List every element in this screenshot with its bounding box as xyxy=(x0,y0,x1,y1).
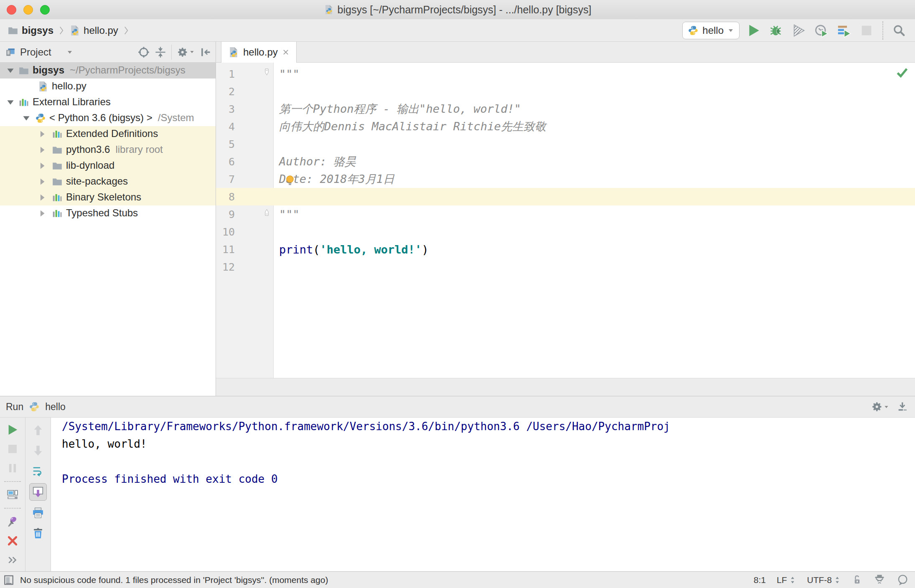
encoding-widget[interactable]: UTF-8 xyxy=(807,575,841,585)
run-icon xyxy=(747,23,761,38)
tree-expanded-icon[interactable] xyxy=(6,98,15,107)
tree-item-label: hello.py xyxy=(52,80,86,92)
code-text: print('hello, world!') xyxy=(279,243,429,256)
print-console-button[interactable] xyxy=(30,504,46,521)
hide-run-panel-button[interactable] xyxy=(897,401,908,413)
tree-item-external-libraries[interactable]: External Libraries xyxy=(0,94,216,110)
toolbar-separator xyxy=(4,508,21,509)
line-number: 4 xyxy=(216,121,235,133)
project-panel-title: Project xyxy=(20,46,51,58)
tree-expanded-icon[interactable] xyxy=(6,66,15,75)
soft-wrap-button[interactable] xyxy=(30,463,46,479)
profiler-button[interactable] xyxy=(813,22,830,39)
hide-panel-button[interactable] xyxy=(200,46,211,58)
up-icon xyxy=(32,424,44,436)
tree-collapsed-icon[interactable] xyxy=(38,177,47,186)
restore-layout-button[interactable] xyxy=(4,487,21,502)
tree-item-lib-dynload[interactable]: lib-dynload xyxy=(0,158,216,174)
event-log-bubble-icon[interactable] xyxy=(897,574,908,586)
inspection-ok-icon[interactable] xyxy=(896,66,908,79)
fold-gutter xyxy=(235,223,274,241)
line-number: 2 xyxy=(216,86,235,98)
fold-end-icon[interactable] xyxy=(263,209,270,216)
editor-line-4[interactable]: 4向伟大的Dennis MacAlistair Ritchie先生致敬 xyxy=(216,118,915,135)
fold-start-icon[interactable] xyxy=(263,68,270,76)
editor-line-7[interactable]: 7Date: 2018年3月1日 xyxy=(216,170,915,188)
zoom-window-button[interactable] xyxy=(40,5,50,15)
chevron-down-icon xyxy=(727,27,734,34)
project-view-select[interactable]: Project xyxy=(0,46,73,58)
concurrency-diagram-button[interactable] xyxy=(836,22,852,39)
collapse-all-icon xyxy=(155,46,166,58)
tree-item-label: site-packages xyxy=(66,175,128,187)
run-toolbar-console xyxy=(25,418,51,571)
editor-line-10[interactable]: 10 xyxy=(216,223,915,241)
close-tab-button[interactable] xyxy=(4,533,21,548)
tree-item-extended-definitions[interactable]: Extended Definitions xyxy=(0,126,216,142)
debug-button[interactable] xyxy=(768,22,785,39)
hector-inspector-icon[interactable] xyxy=(873,574,886,586)
line-separator-widget[interactable]: LF xyxy=(777,575,796,585)
editor-line-2[interactable]: 2 xyxy=(216,83,915,100)
run-button[interactable] xyxy=(745,22,762,39)
minimize-window-button[interactable] xyxy=(23,5,33,15)
fold-gutter xyxy=(235,83,274,100)
tree-collapsed-icon[interactable] xyxy=(38,209,47,218)
run-config-select[interactable]: hello xyxy=(682,22,740,39)
code-text: """ xyxy=(279,208,300,221)
editor-line-3[interactable]: 3第一个Python程序 - 输出"hello, world!" xyxy=(216,100,915,118)
caret-position-widget[interactable]: 8:1 xyxy=(754,575,766,585)
select-opened-file-button[interactable] xyxy=(138,46,150,58)
more-actions-button[interactable] xyxy=(4,552,21,568)
settings-button[interactable] xyxy=(177,46,195,58)
rerun-button[interactable] xyxy=(4,422,21,437)
down-icon xyxy=(32,444,44,457)
tree-collapsed-icon[interactable] xyxy=(38,129,47,139)
pause-output-button xyxy=(4,460,21,476)
tree-collapsed-icon[interactable] xyxy=(38,145,47,155)
editor-line-5[interactable]: 5 xyxy=(216,135,915,153)
updown-arrows-icon xyxy=(834,576,841,584)
editor-line-8[interactable]: 8 xyxy=(216,188,915,205)
tab-hello-py[interactable]: hello.py xyxy=(221,42,297,63)
scroll-to-end-button[interactable] xyxy=(29,483,47,501)
editor-hscrollbar-track[interactable] xyxy=(216,378,915,396)
search-everywhere-button[interactable] xyxy=(891,22,907,39)
run-settings-button[interactable] xyxy=(871,401,889,413)
tree-collapsed-icon[interactable] xyxy=(38,161,47,170)
window-title-wrap: bigsys [~/PycharmProjects/bigsys] - .../… xyxy=(324,4,592,16)
python-icon xyxy=(29,401,40,412)
toolbar-separator xyxy=(882,21,883,40)
fold-gutter xyxy=(235,135,274,153)
close-tab-icon[interactable] xyxy=(282,48,290,56)
toolwindow-toggle-icon[interactable] xyxy=(3,575,14,585)
collapse-all-button[interactable] xyxy=(155,46,166,58)
close-window-button[interactable] xyxy=(7,5,16,15)
code-editor[interactable]: 1"""23第一个Python程序 - 输出"hello, world!"4向伟… xyxy=(216,63,915,378)
fold-gutter xyxy=(235,153,274,170)
tree-collapsed-icon[interactable] xyxy=(38,193,47,202)
tree-item-typeshed-stubs[interactable]: Typeshed Stubs xyxy=(0,205,216,221)
tree-item-python3-6[interactable]: python3.6library root xyxy=(0,142,216,158)
tree-expanded-icon[interactable] xyxy=(22,114,31,123)
editor-line-6[interactable]: 6Author: 骆昊 xyxy=(216,153,915,170)
editor-line-9[interactable]: 9""" xyxy=(216,205,915,223)
editor-line-12[interactable]: 12 xyxy=(216,258,915,276)
breadcrumb-item-hellopy[interactable]: hello.py xyxy=(69,25,118,36)
editor-line-1[interactable]: 1""" xyxy=(216,65,915,83)
tree-item-binary-skeletons[interactable]: Binary Skeletons xyxy=(0,190,216,205)
breadcrumb-item-bigsys[interactable]: bigsys xyxy=(8,25,53,36)
run-panel-body: /System/Library/Frameworks/Python.framew… xyxy=(0,418,915,571)
pin-tab-button[interactable] xyxy=(4,514,21,529)
tree-item-site-packages[interactable]: site-packages xyxy=(0,174,216,190)
tree-item--python-3-6-bigsys-[interactable]: < Python 3.6 (bigsys) >/System xyxy=(0,110,216,126)
run-with-coverage-button[interactable] xyxy=(790,22,807,39)
tree-item-bigsys[interactable]: bigsys~/PycharmProjects/bigsys xyxy=(0,63,216,79)
run-console[interactable]: /System/Library/Frameworks/Python.framew… xyxy=(51,418,915,571)
intention-bulb-icon[interactable] xyxy=(284,175,296,186)
tree-item-hello-py[interactable]: hello.py xyxy=(0,79,216,94)
fold-gutter xyxy=(235,188,274,205)
clear-console-button[interactable] xyxy=(30,525,46,542)
lock-open-icon[interactable] xyxy=(852,575,862,585)
editor-line-11[interactable]: 11print('hello, world!') xyxy=(216,241,915,258)
